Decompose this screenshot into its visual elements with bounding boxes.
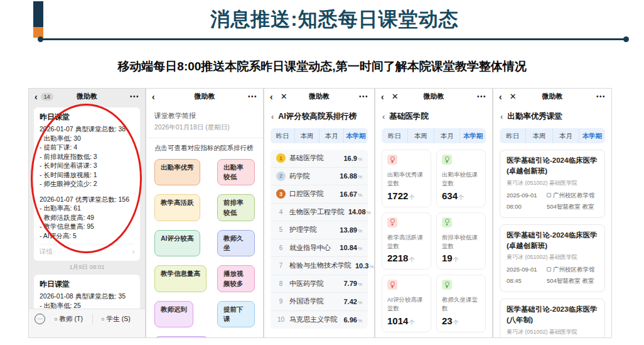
ranking-row[interactable]: 2药学院16.88% (271, 168, 368, 186)
count-unit: 个 (453, 256, 459, 263)
back-icon[interactable]: ‹ (382, 112, 385, 121)
report-line: - 出勤率低: 30 (40, 134, 134, 143)
report-card-1[interactable]: 昨日课堂 2026-01-07 典型课堂总数: 38- 出勤率低: 30- 提前… (34, 107, 140, 261)
briefing-hint: 点击可查看对应指标的院系排行榜 (146, 138, 263, 159)
college-name: 中医药学院 (289, 279, 340, 288)
phone-1-footer: ⋯ 教师 (T) 学生 (S) (29, 309, 145, 337)
course-card[interactable]: 医学基础引论-2024临床医学(卓越创新班)黄巧冰 (051002) 基础医学院… (500, 224, 605, 293)
detail-row[interactable]: 详情 › (40, 244, 134, 256)
course-datetime: 2025-09-0108:00 (507, 190, 542, 212)
metric-button[interactable]: 教师迟到 (154, 301, 193, 327)
back-icon[interactable]: ‹ (152, 92, 155, 101)
tab-本学期[interactable]: 本学期 (343, 128, 368, 143)
report-line: 2026-01-07 优秀课堂总数: 156 (40, 195, 134, 204)
phone-4-college-stats: ‹ ✕ 微助教 ••• ‹ 基础医学院 昨日本周本月本学期 出勤率优秀课堂数17… (375, 88, 493, 338)
tab-昨日[interactable]: 昨日 (500, 128, 525, 143)
tab-昨日[interactable]: 昨日 (382, 128, 407, 143)
detail-label[interactable]: 详情 (40, 248, 53, 256)
tab-本周[interactable]: 本周 (294, 128, 319, 143)
location-icon (547, 193, 551, 197)
rank-number: 10 (276, 315, 286, 324)
course-card[interactable]: 医学基础引论-2023临床医学(八年制)黄巧冰 (051002) 基础医学院20… (500, 298, 605, 338)
phone-2-briefing: ‹ 微助教 ••• 课堂教学简报 2026年01月18日 (星期日) 点击可查看… (146, 88, 264, 338)
metric-button[interactable]: 出勤率优秀 (154, 159, 200, 185)
ranking-row[interactable]: 7检验与生物技术学院10.3% (271, 257, 368, 275)
back-icon[interactable]: ‹ (381, 92, 384, 101)
college-name: 基础医学院 (289, 153, 340, 163)
stat-card[interactable]: 教学高活跃课堂数2218个 (382, 212, 431, 270)
back-icon[interactable]: ‹ (271, 112, 274, 121)
stat-label: AI评分较高课堂数 (387, 295, 426, 314)
stat-card[interactable]: 前排率较低课堂数19个 (436, 212, 486, 270)
metric-button[interactable]: AI评分较高 (154, 230, 200, 256)
course-card[interactable]: 医学基础引论-2024临床医学(卓越创新班)黄巧冰 (051002) 基础医学院… (500, 150, 605, 218)
more-icon[interactable]: ••• (130, 93, 139, 100)
stat-card[interactable]: 教师久坐课堂数23个 (436, 275, 486, 332)
ranking-row[interactable]: 10马克思主义学院6.96% (271, 311, 368, 329)
more-icon[interactable]: ••• (596, 93, 606, 100)
close-icon[interactable]: ✕ (392, 92, 399, 101)
profile-icon[interactable]: ⋯ (35, 314, 45, 324)
stat-card[interactable]: 出勤率较低课堂数634个 (436, 150, 486, 207)
message-timestamp: 1月9日 08:01 (29, 263, 145, 271)
report-line: 2026-01-07 典型课堂总数: 38 (40, 124, 134, 134)
back-icon[interactable]: ‹ (35, 92, 38, 101)
tab-本学期[interactable]: 本学期 (459, 128, 486, 143)
stat-card[interactable]: 教学信息量高课堂数2222个 (382, 337, 431, 339)
report-line: - 出勤率高: 61 (40, 204, 134, 213)
tab-昨日[interactable]: 昨日 (271, 128, 294, 143)
stat-value: 1722个 (387, 190, 426, 202)
more-icon[interactable]: ••• (248, 93, 257, 100)
rank-medal-icon-silver: 2 (276, 172, 286, 181)
page-title: 基础医学院 (389, 111, 429, 122)
ranking-row[interactable]: 9外国语学院7.42% (271, 293, 368, 311)
back-icon[interactable]: ‹ (500, 112, 503, 121)
tab-本周[interactable]: 本周 (525, 128, 552, 143)
metric-button[interactable]: 出勤率较低 (217, 159, 255, 185)
report-line (40, 189, 134, 195)
close-icon[interactable]: ✕ (281, 92, 287, 101)
tab-本月[interactable]: 本月 (434, 128, 460, 143)
ranking-row[interactable]: 4生物医学工程学院14.08% (271, 204, 368, 222)
student-entry-button[interactable]: 学生 (S) (93, 315, 140, 324)
metric-button[interactable]: 前排率较低 (217, 194, 255, 221)
metric-button[interactable]: 教学信息量高 (154, 265, 207, 292)
ranking-row[interactable]: 3口腔医学院16.67% (271, 185, 368, 204)
phone-screenshots-row: ‹ 14 微助教 ••• 昨日课堂 2026-01-07 典型课堂总数: 38-… (28, 88, 612, 338)
page-header: ‹ 基础医学院 (375, 104, 492, 127)
bullet-square-icon (55, 318, 57, 320)
tab-本月[interactable]: 本月 (319, 128, 343, 143)
stat-value: 23个 (442, 315, 480, 327)
ranking-value: 16.67% (340, 190, 362, 198)
stat-label: 教师久坐课堂数 (442, 295, 480, 314)
metric-button[interactable]: 教师久坐 (217, 230, 255, 256)
stat-card[interactable]: 播放视频较多课堂数6个 (436, 337, 486, 339)
teacher-entry-button[interactable]: 教师 (T) (45, 315, 92, 324)
app-title: 微助教 (146, 92, 263, 101)
tab-本周[interactable]: 本周 (407, 128, 434, 143)
stat-card[interactable]: AI评分较高课堂数1014个 (382, 275, 431, 332)
more-icon[interactable]: ••• (359, 93, 368, 100)
briefing-date: 2026年01月18日 (星期日) (154, 123, 255, 132)
metric-button[interactable]: 播放视频较多 (217, 265, 255, 292)
metric-button[interactable]: 教学高活跃 (154, 194, 200, 221)
report-line: - 教学信息量高: 95 (40, 222, 134, 231)
medal-red-icon (387, 280, 397, 290)
ranking-row[interactable]: 8中医药学院7.79% (271, 275, 368, 293)
ranking-row[interactable]: 1基础医学院16.9% (271, 150, 368, 168)
course-date: 2025-09-01 (507, 264, 542, 275)
back-icon[interactable]: ‹ (499, 92, 502, 101)
tab-本学期[interactable]: 本学期 (579, 128, 605, 143)
metric-button[interactable]: 师生眼神交流少 (154, 336, 208, 338)
ranking-row[interactable]: 6就业指导中心10.84% (271, 239, 368, 258)
more-icon[interactable]: ••• (477, 93, 486, 100)
back-icon[interactable]: ‹ (270, 92, 273, 101)
report-line: - 前排就座指数低: 3 (40, 152, 134, 162)
stat-card[interactable]: 出勤率优秀课堂数1722个 (382, 150, 431, 207)
close-icon[interactable]: ✕ (510, 92, 517, 101)
tab-本月[interactable]: 本月 (552, 128, 579, 143)
metric-button[interactable]: 提前下课 (217, 301, 255, 327)
phone-5-course-list: ‹ ✕ 微助教 ••• ‹ 出勤率优秀课堂 昨日本周本月本学期 医学基础引论-2… (493, 88, 612, 338)
period-tabbar: 昨日本周本月本学期 (271, 128, 368, 143)
ranking-row[interactable]: 5护理学院13.89% (271, 221, 368, 239)
